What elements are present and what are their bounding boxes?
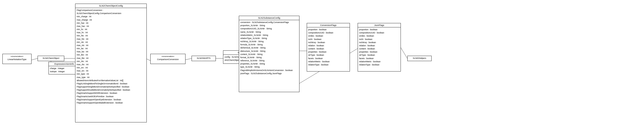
linear-notation-type-label: LinearNotationType (4, 58, 30, 61)
sln2-chem-object-label: SLN2ChemObject (39, 57, 63, 60)
svg-line-8 (400, 46, 407, 58)
sc-field-type: type_SLNAttr : String (240, 66, 298, 68)
sc-field-relation-type: relationType_SLNAttr : String (240, 37, 298, 40)
comparison-conversion-label: ComparisonConversion (152, 58, 184, 61)
sln2-chem-object-config-title: SLN2ChemObjectConfig (76, 4, 146, 8)
jf-relation-type: relationType : boolean (359, 63, 399, 66)
jf-inchi: inchi : boolean (359, 38, 399, 41)
jf-relation-metric: relationMetric : boolean (359, 60, 399, 63)
field-flag-smarts-openbabel: FlagSmartsSupportOpenBabelExtension : bo… (76, 101, 145, 104)
slnio-helpers-box: SLNIOHelpers (407, 56, 432, 61)
sc-field-reference: reference_SLNAttr : String (240, 59, 298, 62)
field-max-hac: max_hac : int (76, 25, 145, 28)
jf-inchi-key: inchiKey : boolean (359, 41, 399, 44)
cf-relation-metric: relationMetric : boolean (308, 60, 348, 63)
json-flags-box: JsonFlags proportion : boolean compositi… (358, 23, 401, 72)
sln2-substance-config-box: SLN2SubstanceConfig conversion : SLN2Sub… (239, 16, 300, 92)
field-max-hc: max_hc : int (76, 31, 145, 34)
jf-relation: relation : boolean (359, 44, 399, 47)
cf-facets: facets : boolean (308, 57, 348, 60)
cf-relation-type: relationType : boolean (308, 63, 348, 66)
sc-field-flag-add-implicit: FlagAddImplicitHAtomsOnSLNAtomConversion… (240, 69, 298, 72)
field-max-charge: max_charge : int (76, 18, 145, 22)
sc-field-properties: properties_SLNAttr : String (240, 62, 298, 66)
field-min-rbc: min_rbc : int (76, 60, 145, 63)
sc-field-format: format_SLNAttr : String (240, 56, 298, 59)
cf-smiles: smiles : boolean (308, 34, 348, 38)
field-min-tbo: min_tbo : int (76, 53, 145, 56)
cf-inchi-key: inchiKey : boolean (308, 41, 348, 44)
field-flag-support-double-bond: FlagSupportDoubleBondAromaticityNotSpeci… (76, 88, 145, 92)
field-isotope: isotope : Integer (50, 70, 78, 73)
field-min-src: min_src : int (76, 66, 145, 69)
sln2-smarts-box: SLN2SMARTS (192, 56, 216, 61)
jf-comp-uuid: compositionUUID : boolean (359, 31, 399, 34)
sc-field-inchi-key: inchiKey_SLNAttr : String (240, 40, 298, 43)
cf-content: content : boolean (308, 47, 348, 50)
slnio-helpers-label: SLNIOHelpers (408, 57, 430, 60)
field-max-tbo: max_tbo : int (76, 57, 145, 60)
json-flags-content: proportion : boolean compositionUUID : b… (358, 28, 400, 67)
sc-field-json-flags: jsonFlags : SLN2SubstanceConfig.JsonFlag… (240, 72, 298, 75)
sln2-chem-object-box: SLN2ChemObject (38, 56, 64, 61)
jf-facets: facets : boolean (359, 57, 399, 60)
field-min-lac: min_lac : int (76, 47, 145, 50)
field-flag-smarts-openeye: FlagSmartsSupportOpenEyeExtension : bool… (76, 98, 145, 101)
field-flag-sln-single-bond: FlagSLNSingleBondToSingleOrAromaticBond … (76, 82, 145, 85)
sln2-chem-object-config-content: FlagComparisonConversion : SLN2ChemObjec… (76, 8, 146, 105)
comparison-conversion-box: «enumeration» ComparisonConversion (150, 54, 186, 64)
field-max-rbc: max_rbc : int (76, 63, 145, 66)
sln2-substance-config-content: conversion : SLN2SubstanceConfig.Convers… (239, 20, 299, 76)
sln2-smarts-label: SLN2SMARTS (193, 57, 214, 60)
conversion-flags-title: ConversionFlags (307, 23, 350, 28)
field-max-lac: max_lac : int (76, 50, 145, 53)
sln2-chem-object-config-box: SLN2ChemObjectConfig FlagComparisonConve… (75, 4, 147, 122)
field-max-htc: max_htc : int (76, 38, 145, 41)
sc-field-idchemical: idchemical_SLNAttr : String (240, 46, 298, 50)
field-min-htc: min_htc : int (76, 34, 145, 37)
conversion-flags-box: ConversionFlags proportion : boolean com… (307, 23, 350, 72)
field-charge: charge : Integer (50, 67, 78, 70)
cf-proportion: proportion : boolean (308, 28, 348, 31)
field-flag-smarts-moev: FlagSmartsUseMOEvPrimitive : boolean (76, 95, 145, 98)
cf-comp-uuid: compositionUUID : boolean (308, 31, 348, 34)
field-flag-support-single-bond: FlagSupportSingleBondAromaticityNotSpeci… (76, 85, 145, 88)
field-flag-smarts-moe: FlagSmartsSupportMOEExtension : boolean (76, 92, 145, 95)
comparison-conversion-stereotype: «enumeration» (152, 55, 184, 58)
sc-field-relation-metric: relationMetric_SLNAttr : String (240, 34, 298, 37)
linear-notation-type-stereotype: «enumeration» (4, 55, 30, 58)
sln2-substance-config-title: SLN2SubstanceConfig (239, 16, 299, 20)
field-min-charge: min_charge : int (76, 15, 145, 18)
field-min-hc: min_hc : int (76, 28, 145, 31)
jf-proportion: proportion : boolean (359, 28, 399, 31)
jf-str-type: strType : boolean (359, 54, 399, 57)
field-max-src: max_src : int (76, 69, 145, 72)
json-flags-title: JsonFlags (358, 23, 400, 28)
jf-smiles: smiles : boolean (359, 34, 399, 38)
field-flag-comparison-conversion: FlagComparisonConversion : SLN2ChemObjec… (76, 9, 145, 15)
jf-properties: properties : boolean (359, 50, 399, 54)
cf-inchi: inchi : boolean (308, 38, 348, 41)
cf-properties: properties : boolean (308, 50, 348, 54)
field-allowed-atom-attrs: allowedAtomAttributesForAlternativeValue… (76, 79, 145, 82)
conversion-flags-content: proportion : boolean compositionUUID : b… (307, 28, 350, 67)
canvas: «enumeration» LinearNotationType SLN2Che… (0, 0, 644, 135)
field-min-type: min_type : int (76, 72, 145, 76)
linear-notation-type-box: «enumeration» LinearNotationType (2, 54, 32, 64)
field-min-hac: min_hac : int (76, 22, 145, 25)
field-min-ntc: min_ntc : int (76, 41, 145, 44)
field-max-type: max_type : int (76, 76, 145, 79)
sc-field-proportion: proportion_SLNAttr : String (240, 24, 298, 27)
cf-relation: relation : boolean (308, 44, 348, 47)
cf-str-type: strType : boolean (308, 54, 348, 57)
jf-content: content : boolean (359, 47, 399, 50)
sc-field-name: name_SLNAttr : String (240, 30, 298, 34)
sc-field-conversion: conversion : SLN2SubstanceConfig.Convers… (240, 21, 298, 24)
field-max-ntc: max_ntc : int (76, 44, 145, 47)
sc-field-formula: formula_SLNAttr : String (240, 43, 298, 46)
sc-field-idstructure: idstructure_SLNAttr : String (240, 50, 298, 53)
sc-field-comp-uuid: compositionUUID_SLNAttr : String (240, 27, 298, 30)
sc-field-content: content_SLNAttr : String (240, 53, 298, 56)
